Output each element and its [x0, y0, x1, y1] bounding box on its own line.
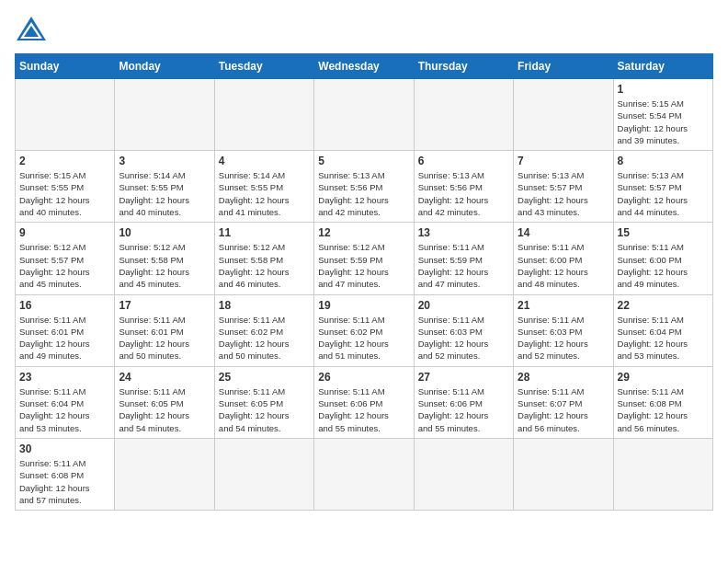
- day-info: Sunrise: 5:12 AM Sunset: 5:58 PM Dayligh…: [119, 241, 210, 290]
- calendar-week-3: 9Sunrise: 5:12 AM Sunset: 5:57 PM Daylig…: [16, 223, 713, 294]
- calendar-cell: 16Sunrise: 5:11 AM Sunset: 6:01 PM Dayli…: [16, 294, 115, 366]
- calendar-cell: [115, 438, 214, 510]
- day-number: 28: [518, 371, 609, 384]
- day-number: 1: [618, 83, 709, 96]
- day-info: Sunrise: 5:11 AM Sunset: 6:08 PM Dayligh…: [618, 385, 709, 434]
- calendar-cell: 23Sunrise: 5:11 AM Sunset: 6:04 PM Dayli…: [16, 366, 115, 438]
- calendar-header-row: SundayMondayTuesdayWednesdayThursdayFrid…: [16, 54, 713, 79]
- day-info: Sunrise: 5:11 AM Sunset: 6:03 PM Dayligh…: [418, 314, 509, 362]
- calendar-cell: 26Sunrise: 5:11 AM Sunset: 6:06 PM Dayli…: [314, 366, 414, 438]
- day-info: Sunrise: 5:11 AM Sunset: 6:00 PM Dayligh…: [618, 241, 709, 290]
- calendar-header-monday: Monday: [115, 54, 214, 79]
- day-number: 16: [19, 299, 110, 312]
- calendar-cell: 3Sunrise: 5:14 AM Sunset: 5:55 PM Daylig…: [115, 151, 214, 223]
- day-info: Sunrise: 5:11 AM Sunset: 6:04 PM Dayligh…: [618, 314, 709, 362]
- calendar-cell: 20Sunrise: 5:11 AM Sunset: 6:03 PM Dayli…: [414, 294, 513, 366]
- day-number: 5: [318, 155, 409, 167]
- day-number: 11: [219, 226, 310, 239]
- calendar-cell: [514, 438, 613, 510]
- calendar-cell: 27Sunrise: 5:11 AM Sunset: 6:06 PM Dayli…: [414, 366, 513, 438]
- calendar-cell: 1Sunrise: 5:15 AM Sunset: 5:54 PM Daylig…: [613, 79, 712, 151]
- calendar-cell: 13Sunrise: 5:11 AM Sunset: 5:59 PM Dayli…: [414, 223, 513, 294]
- day-info: Sunrise: 5:11 AM Sunset: 6:02 PM Dayligh…: [318, 314, 409, 362]
- day-number: 14: [518, 226, 609, 239]
- calendar-cell: [16, 79, 115, 151]
- day-number: 13: [418, 226, 509, 239]
- day-info: Sunrise: 5:11 AM Sunset: 6:02 PM Dayligh…: [219, 314, 310, 362]
- calendar-cell: 2Sunrise: 5:15 AM Sunset: 5:55 PM Daylig…: [16, 151, 115, 223]
- calendar-cell: [414, 79, 513, 151]
- calendar-cell: 28Sunrise: 5:11 AM Sunset: 6:07 PM Dayli…: [514, 366, 613, 438]
- calendar-cell: 12Sunrise: 5:12 AM Sunset: 5:59 PM Dayli…: [314, 223, 414, 294]
- calendar-cell: 29Sunrise: 5:11 AM Sunset: 6:08 PM Dayli…: [613, 366, 712, 438]
- day-info: Sunrise: 5:13 AM Sunset: 5:56 PM Dayligh…: [418, 169, 509, 218]
- calendar-cell: 6Sunrise: 5:13 AM Sunset: 5:56 PM Daylig…: [414, 151, 513, 223]
- calendar-week-6: 30Sunrise: 5:11 AM Sunset: 6:08 PM Dayli…: [16, 438, 713, 510]
- calendar-cell: 24Sunrise: 5:11 AM Sunset: 6:05 PM Dayli…: [115, 366, 214, 438]
- day-number: 27: [418, 371, 509, 384]
- calendar-cell: [115, 79, 214, 151]
- day-number: 20: [418, 299, 509, 312]
- day-info: Sunrise: 5:14 AM Sunset: 5:55 PM Dayligh…: [219, 169, 310, 218]
- day-info: Sunrise: 5:11 AM Sunset: 6:08 PM Dayligh…: [19, 457, 110, 506]
- calendar-header-sunday: Sunday: [16, 54, 115, 79]
- day-number: 23: [19, 371, 110, 384]
- calendar-cell: 21Sunrise: 5:11 AM Sunset: 6:03 PM Dayli…: [514, 294, 613, 366]
- day-number: 15: [618, 226, 709, 239]
- day-number: 7: [518, 155, 609, 167]
- day-number: 18: [219, 299, 310, 312]
- calendar-body: 1Sunrise: 5:15 AM Sunset: 5:54 PM Daylig…: [16, 79, 713, 511]
- calendar-cell: [314, 79, 414, 151]
- day-info: Sunrise: 5:11 AM Sunset: 6:04 PM Dayligh…: [19, 385, 110, 434]
- day-number: 8: [618, 155, 709, 167]
- day-info: Sunrise: 5:11 AM Sunset: 5:59 PM Dayligh…: [418, 241, 509, 290]
- calendar-header-wednesday: Wednesday: [314, 54, 414, 79]
- day-info: Sunrise: 5:11 AM Sunset: 6:06 PM Dayligh…: [418, 385, 509, 434]
- day-info: Sunrise: 5:15 AM Sunset: 5:54 PM Dayligh…: [618, 98, 709, 146]
- calendar-cell: 4Sunrise: 5:14 AM Sunset: 5:55 PM Daylig…: [214, 151, 313, 223]
- calendar-week-5: 23Sunrise: 5:11 AM Sunset: 6:04 PM Dayli…: [16, 366, 713, 438]
- calendar-cell: 15Sunrise: 5:11 AM Sunset: 6:00 PM Dayli…: [613, 223, 712, 294]
- day-info: Sunrise: 5:11 AM Sunset: 6:05 PM Dayligh…: [219, 385, 310, 434]
- day-info: Sunrise: 5:11 AM Sunset: 6:07 PM Dayligh…: [518, 385, 609, 434]
- day-number: 26: [318, 371, 409, 384]
- day-number: 22: [618, 299, 709, 312]
- calendar-cell: 30Sunrise: 5:11 AM Sunset: 6:08 PM Dayli…: [16, 438, 115, 510]
- calendar-cell: 18Sunrise: 5:11 AM Sunset: 6:02 PM Dayli…: [214, 294, 313, 366]
- day-info: Sunrise: 5:11 AM Sunset: 6:01 PM Dayligh…: [19, 314, 110, 362]
- day-number: 17: [119, 299, 210, 312]
- calendar-header-saturday: Saturday: [613, 54, 712, 79]
- calendar-cell: 22Sunrise: 5:11 AM Sunset: 6:04 PM Dayli…: [613, 294, 712, 366]
- calendar-cell: 7Sunrise: 5:13 AM Sunset: 5:57 PM Daylig…: [514, 151, 613, 223]
- calendar-cell: 14Sunrise: 5:11 AM Sunset: 6:00 PM Dayli…: [514, 223, 613, 294]
- calendar-cell: 17Sunrise: 5:11 AM Sunset: 6:01 PM Dayli…: [115, 294, 214, 366]
- calendar-cell: [514, 79, 613, 151]
- calendar-cell: [414, 438, 513, 510]
- calendar-week-2: 2Sunrise: 5:15 AM Sunset: 5:55 PM Daylig…: [16, 151, 713, 223]
- calendar-cell: 8Sunrise: 5:13 AM Sunset: 5:57 PM Daylig…: [613, 151, 712, 223]
- day-number: 9: [19, 226, 110, 239]
- day-info: Sunrise: 5:15 AM Sunset: 5:55 PM Dayligh…: [19, 169, 110, 218]
- calendar-header-tuesday: Tuesday: [214, 54, 313, 79]
- day-info: Sunrise: 5:12 AM Sunset: 5:59 PM Dayligh…: [318, 241, 409, 290]
- day-info: Sunrise: 5:13 AM Sunset: 5:57 PM Dayligh…: [618, 169, 709, 218]
- day-number: 24: [119, 371, 210, 384]
- calendar-cell: 9Sunrise: 5:12 AM Sunset: 5:57 PM Daylig…: [16, 223, 115, 294]
- day-info: Sunrise: 5:11 AM Sunset: 6:03 PM Dayligh…: [518, 314, 609, 362]
- calendar-week-1: 1Sunrise: 5:15 AM Sunset: 5:54 PM Daylig…: [16, 79, 713, 151]
- day-number: 6: [418, 155, 509, 167]
- day-number: 29: [618, 371, 709, 384]
- calendar-cell: [214, 438, 313, 510]
- calendar-cell: 5Sunrise: 5:13 AM Sunset: 5:56 PM Daylig…: [314, 151, 414, 223]
- calendar-week-4: 16Sunrise: 5:11 AM Sunset: 6:01 PM Dayli…: [16, 294, 713, 366]
- logo-icon: [15, 15, 48, 42]
- calendar-cell: 19Sunrise: 5:11 AM Sunset: 6:02 PM Dayli…: [314, 294, 414, 366]
- day-number: 25: [219, 371, 310, 384]
- calendar-cell: [214, 79, 313, 151]
- calendar-header-thursday: Thursday: [414, 54, 513, 79]
- day-number: 19: [318, 299, 409, 312]
- page-header: [15, 15, 713, 42]
- logo: [15, 15, 53, 42]
- day-info: Sunrise: 5:11 AM Sunset: 6:00 PM Dayligh…: [518, 241, 609, 290]
- day-info: Sunrise: 5:12 AM Sunset: 5:57 PM Dayligh…: [19, 241, 110, 290]
